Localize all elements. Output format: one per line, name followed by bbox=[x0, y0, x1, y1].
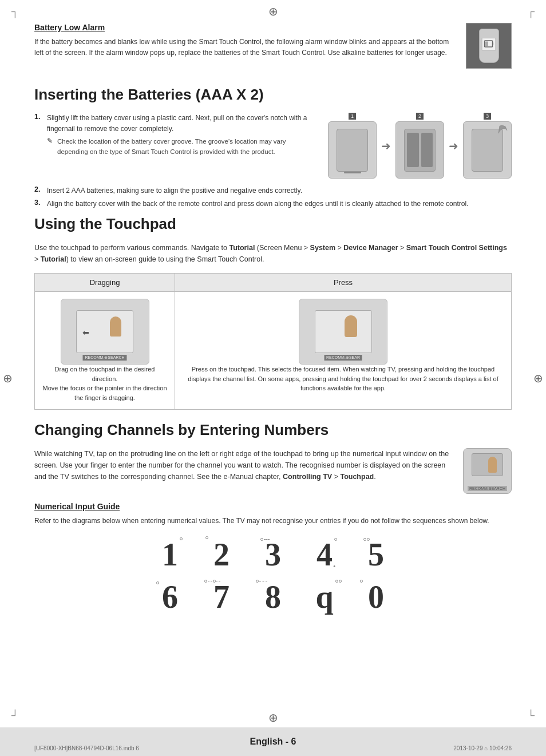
inserting-batteries-section: Inserting the Batteries (AAA X 2) 1. Sli… bbox=[34, 86, 512, 209]
press-device-image: RECOMM.⊕SEAR bbox=[299, 299, 387, 365]
tutorial-bold-2: Tutorial bbox=[41, 255, 66, 263]
num-item-7: 7 bbox=[201, 579, 242, 615]
press-touchpad-area bbox=[315, 310, 372, 353]
footer-date-info: 2013-10-29 ⌂ 10:04:26 bbox=[453, 745, 512, 751]
touchpad-intro: Use the touchpad to perform various comm… bbox=[34, 242, 512, 265]
tutorial-bold-1: Tutorial bbox=[229, 244, 255, 252]
digit-2: 2 bbox=[213, 537, 230, 572]
corner-mark-bl: ┘ bbox=[11, 710, 19, 722]
page-footer: English - 6 bbox=[0, 727, 546, 756]
footer-text: English - 6 bbox=[250, 737, 296, 747]
num-item-2: 2 bbox=[201, 536, 242, 573]
note-symbol: ✎ bbox=[47, 137, 57, 145]
num-item-8: 8 bbox=[253, 579, 293, 615]
battery-img-2: 2 bbox=[395, 113, 444, 179]
press-description: Press on the touchpad. This selects the … bbox=[182, 365, 504, 393]
drag-arrow-icon: ⬅ bbox=[82, 328, 89, 337]
step-2-text: Insert 2 AAA batteries, making sure to a… bbox=[47, 185, 302, 196]
channel-device: RECOMM.SEARCH bbox=[463, 448, 512, 494]
press-device-label: RECOMM.⊕SEAR bbox=[324, 355, 362, 361]
battery-img-1: 1 bbox=[328, 113, 377, 179]
numerical-title: Numerical Input Guide bbox=[34, 502, 512, 511]
battery-steps-text: 1. Slightly lift the battery cover using… bbox=[34, 113, 316, 163]
numerical-section: Numerical Input Guide Refer to the diagr… bbox=[34, 502, 512, 615]
battery-alarm-text-block: Battery Low Alarm If the battery becomes… bbox=[34, 23, 466, 58]
table-cell-dragging: ⬅ RECOMM.⊕SEARCH Drag on the touchpad in… bbox=[35, 292, 175, 410]
alarm-remote-device bbox=[479, 29, 499, 63]
digit-0: 0 bbox=[368, 579, 384, 615]
dragging-device-image: ⬅ RECOMM.⊕SEARCH bbox=[61, 299, 149, 365]
table-cell-press: RECOMM.⊕SEAR Press on the touchpad. This… bbox=[175, 292, 512, 410]
numbers-grid: 1 2 bbox=[34, 536, 512, 615]
arrow-2-3: ➜ bbox=[449, 139, 458, 153]
step-1-text: Slightly lift the battery cover using a … bbox=[47, 113, 316, 134]
step-note-row: ✎ Check the location of the battery cove… bbox=[47, 137, 316, 157]
num-item-5: 5 bbox=[356, 536, 396, 573]
digit-5: 5 bbox=[368, 537, 384, 572]
dragging-touchpad-area: ⬅ bbox=[76, 310, 133, 353]
battery-alarm-body: If the battery becomes and blanks low wh… bbox=[34, 37, 454, 58]
num-item-9: q bbox=[304, 579, 345, 615]
step-1-row: 1. Slightly lift the battery cover using… bbox=[34, 113, 316, 134]
touchpad-heading: Using the Touchpad bbox=[34, 215, 512, 233]
footer-file-info: [UF8000-XH]BN68-04794D-06L16.indb 6 bbox=[34, 745, 139, 751]
digit-6: 6 bbox=[162, 579, 178, 615]
step-note-text: Check the location of the battery cover … bbox=[57, 137, 316, 157]
touchpad-bold: Touchpad bbox=[340, 473, 374, 481]
digit-7: 7 bbox=[213, 579, 230, 615]
channel-remote-image: RECOMM.SEARCH bbox=[463, 448, 512, 494]
battery-images-row: 1 ➜ 2 bbox=[328, 113, 512, 179]
digit-9: q bbox=[315, 579, 333, 615]
num-item-3: 3 bbox=[253, 536, 293, 573]
num-item-0: 0 bbox=[356, 579, 396, 615]
corner-mark-tl: ┐ bbox=[11, 6, 19, 18]
alarm-battery-icon bbox=[482, 38, 496, 50]
controlling-tv-bold: Controlling TV bbox=[283, 473, 332, 481]
svg-rect-2 bbox=[485, 42, 488, 46]
num-item-1: 1 bbox=[150, 536, 190, 573]
press-finger bbox=[345, 315, 357, 337]
svg-rect-1 bbox=[492, 42, 493, 45]
step-3-number: 3. bbox=[34, 199, 47, 209]
step-3-text: Align the battery cover with the back of… bbox=[47, 199, 468, 209]
touchpad-section: Using the Touchpad Use the touchpad to p… bbox=[34, 215, 512, 410]
bottom-compass-mark: ⊕ bbox=[268, 711, 278, 725]
channel-touchpad-area bbox=[472, 453, 503, 476]
step-2-number: 2. bbox=[34, 185, 47, 196]
num-item-6: 6 bbox=[150, 579, 190, 615]
dragging-device-label: RECOMM.⊕SEARCH bbox=[83, 355, 127, 361]
table-header-dragging: Dragging bbox=[35, 274, 175, 292]
device-manager-bold: Device Manager bbox=[343, 244, 398, 252]
channels-body: While watching TV, tap on the protruding… bbox=[34, 448, 454, 482]
digit-3: 3 bbox=[265, 537, 281, 572]
digit-4: 4 bbox=[316, 537, 333, 572]
corner-mark-br: └ bbox=[527, 710, 535, 722]
battery-img-3: 3 bbox=[463, 113, 512, 179]
stcs-bold: Smart Touch Control Settings bbox=[406, 244, 507, 252]
channel-device-label: RECOMM.SEARCH bbox=[468, 486, 507, 491]
numbers-row-1: 1 2 bbox=[150, 536, 396, 573]
battery-alarm-section: Battery Low Alarm If the battery becomes… bbox=[34, 23, 512, 69]
numerical-desc: Refer to the diagrams below when enterin… bbox=[34, 516, 512, 527]
step-3-row: 3. Align the battery cover with the back… bbox=[34, 199, 512, 209]
step-2-row: 2. Insert 2 AAA batteries, making sure t… bbox=[34, 185, 512, 196]
digit-1: 1 bbox=[162, 537, 178, 572]
battery-alarm-title: Battery Low Alarm bbox=[34, 23, 454, 32]
inserting-batteries-heading: Inserting the Batteries (AAA X 2) bbox=[34, 86, 512, 104]
dragging-finger bbox=[110, 316, 121, 337]
battery-steps-2-3: 2. Insert 2 AAA batteries, making sure t… bbox=[34, 185, 512, 209]
num-item-4: 4 • bbox=[304, 536, 345, 573]
numbers-row-2: 6 7 bbox=[150, 579, 396, 615]
table-header-press: Press bbox=[175, 274, 512, 292]
dragging-description: Drag on the touchpad in the desired dire… bbox=[42, 365, 168, 402]
touchpad-table: Dragging Press ⬅ RECOMM.⊕SEARCH bbox=[34, 273, 512, 410]
battery-alarm-image bbox=[466, 23, 512, 69]
system-bold: System bbox=[310, 244, 335, 252]
digit-8: 8 bbox=[265, 579, 281, 615]
channels-heading: Changing Channels by Entering Numbers bbox=[34, 421, 512, 439]
channels-section: Changing Channels by Entering Numbers Wh… bbox=[34, 421, 512, 615]
corner-mark-tr: ┌ bbox=[527, 6, 535, 18]
step-1-number: 1. bbox=[34, 113, 47, 134]
arrow-1-2: ➜ bbox=[381, 139, 391, 153]
